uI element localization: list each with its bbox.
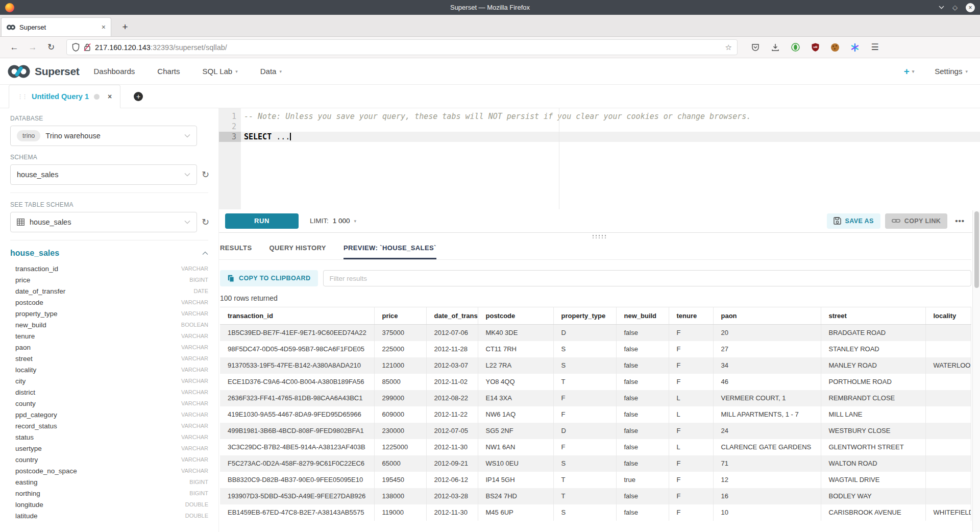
save-as-button[interactable]: SAVE AS bbox=[827, 213, 880, 229]
editor-code-area[interactable]: -- Note: Unless you save your query, the… bbox=[241, 108, 980, 209]
table-cell: T bbox=[553, 374, 616, 390]
copy-link-button[interactable]: COPY LINK bbox=[885, 213, 947, 229]
table-header-cell[interactable]: transaction_id bbox=[220, 307, 374, 325]
table-header-cell[interactable]: locality bbox=[925, 307, 971, 325]
chevron-down-icon bbox=[184, 173, 190, 177]
pocket-icon[interactable] bbox=[751, 43, 760, 52]
nav-item-dashboards[interactable]: Dashboards bbox=[93, 67, 135, 76]
add-query-tab-button[interactable]: + bbox=[134, 92, 143, 101]
scrollbar-thumb[interactable] bbox=[974, 211, 979, 288]
window-menu-chevron-icon[interactable] bbox=[939, 6, 944, 9]
table-header-cell[interactable]: price bbox=[374, 307, 426, 325]
table-header-cell[interactable]: date_of_transfer bbox=[426, 307, 478, 325]
database-select[interactable]: trino Trino warehouse bbox=[10, 126, 197, 146]
new-tab-button[interactable]: + bbox=[117, 19, 133, 35]
nav-item-charts[interactable]: Charts bbox=[157, 67, 180, 76]
table-cell: false bbox=[616, 423, 669, 439]
table-cell: 195450 bbox=[374, 472, 426, 488]
schema-column-row: record_statusVARCHAR bbox=[10, 420, 208, 431]
column-name: easting bbox=[15, 478, 189, 486]
chevron-up-icon[interactable] bbox=[202, 251, 208, 255]
browser-tab-close-icon[interactable]: × bbox=[102, 23, 106, 31]
limit-dropdown[interactable]: LIMIT: 1 000 ▾ bbox=[310, 217, 356, 225]
table-select[interactable]: house_sales bbox=[10, 212, 197, 232]
link-icon bbox=[892, 217, 900, 224]
ublock-origin-icon[interactable]: uB bbox=[811, 43, 820, 52]
window-maximize-icon[interactable]: ◇ bbox=[952, 4, 958, 11]
table-cell bbox=[925, 488, 971, 504]
hamburger-menu-icon[interactable]: ☰ bbox=[870, 43, 879, 52]
table-header-cell[interactable]: tenure bbox=[669, 307, 713, 325]
drag-handle-icon[interactable]: ⋮⋮ bbox=[17, 93, 27, 100]
table-cell: WESTBURY CLOSE bbox=[821, 423, 925, 439]
sqllab-workpane: 1 2 3 -- Note: Unless you save your quer… bbox=[219, 108, 980, 532]
tab-query-history[interactable]: QUERY HISTORY bbox=[270, 244, 326, 259]
column-type: VARCHAR bbox=[181, 367, 208, 373]
settings-menu[interactable]: Settings▾ bbox=[935, 67, 968, 76]
browser-tab[interactable]: Superset × bbox=[1, 17, 111, 36]
column-type: VARCHAR bbox=[181, 423, 208, 429]
schema-column-row: ppd_categoryVARCHAR bbox=[10, 409, 208, 420]
table-cell: 71 bbox=[713, 455, 821, 472]
refresh-schema-icon[interactable]: ↻ bbox=[202, 169, 209, 180]
sql-empty-line bbox=[241, 122, 980, 132]
table-cell: CLARENCE GATE GARDENS bbox=[713, 439, 821, 455]
column-type: DOUBLE bbox=[185, 513, 208, 519]
table-header-cell[interactable]: postcode bbox=[478, 307, 553, 325]
back-button[interactable]: ← bbox=[7, 42, 21, 53]
query-tab-close-icon[interactable]: × bbox=[108, 92, 112, 101]
copy-to-clipboard-button[interactable]: COPY TO CLIPBOARD bbox=[220, 270, 318, 286]
table-header-cell[interactable]: street bbox=[821, 307, 925, 325]
database-engine-badge: trino bbox=[17, 130, 40, 141]
downloads-icon[interactable] bbox=[771, 43, 780, 52]
tracking-shield-icon[interactable] bbox=[72, 43, 80, 52]
add-new-button[interactable]: +▾ bbox=[904, 66, 915, 77]
sql-editor[interactable]: 1 2 3 -- Note: Unless you save your quer… bbox=[219, 108, 980, 209]
tab-preview-house-sales[interactable]: PREVIEW: `HOUSE_SALES` bbox=[344, 244, 436, 259]
results-pane: RESULTS QUERY HISTORY PREVIEW: `HOUSE_SA… bbox=[219, 232, 980, 532]
chevron-down-icon: ▾ bbox=[965, 69, 968, 74]
run-button[interactable]: RUN bbox=[225, 213, 299, 229]
table-header-cell[interactable]: paon bbox=[713, 307, 821, 325]
divider bbox=[10, 240, 208, 240]
url-text[interactable]: 217.160.120.143:32393/superset/sqllab/ bbox=[95, 43, 721, 52]
table-cell: 193907D3-5DBD-453D-A49E-9FEE27DAB926 bbox=[220, 488, 374, 504]
table-cell: 24 bbox=[713, 423, 821, 439]
insecure-lock-icon[interactable] bbox=[84, 43, 91, 52]
privacy-mask-extension-icon[interactable] bbox=[791, 43, 800, 52]
superset-brand[interactable]: Superset bbox=[7, 64, 79, 79]
bookmark-star-icon[interactable]: ☆ bbox=[725, 43, 732, 52]
table-cell bbox=[925, 472, 971, 488]
table-schema-heading[interactable]: house_sales bbox=[10, 249, 202, 258]
table-cell: 225000 bbox=[374, 341, 426, 357]
table-cell: YO8 4QQ bbox=[478, 374, 553, 390]
schema-column-row: cityVARCHAR bbox=[10, 375, 208, 386]
browser-toolbar: ← → ↻ 217.160.120.143:32393/superset/sql… bbox=[0, 37, 980, 58]
forward-button[interactable]: → bbox=[26, 42, 40, 53]
refresh-table-icon[interactable]: ↻ bbox=[202, 216, 209, 228]
pane-resize-handle[interactable] bbox=[593, 235, 607, 238]
asterisk-extension-icon[interactable] bbox=[850, 43, 860, 52]
query-tab-untitled-1[interactable]: ⋮⋮ Untitled Query 1 × bbox=[9, 85, 120, 108]
copy-icon bbox=[228, 275, 234, 282]
nav-item-data[interactable]: Data▾ bbox=[260, 67, 282, 76]
schema-select[interactable]: house_sales bbox=[10, 164, 197, 185]
reload-button[interactable]: ↻ bbox=[44, 42, 58, 53]
table-select-value: house_sales bbox=[30, 218, 179, 226]
results-scrollbar[interactable] bbox=[972, 210, 980, 532]
table-header-cell[interactable]: property_type bbox=[553, 307, 616, 325]
chevron-down-icon: ▾ bbox=[912, 69, 915, 74]
table-cell: F bbox=[669, 472, 713, 488]
filter-results-input[interactable] bbox=[323, 270, 971, 286]
table-header-cell[interactable]: new_build bbox=[616, 307, 669, 325]
more-options-button[interactable]: ••• bbox=[955, 216, 965, 225]
tab-results[interactable]: RESULTS bbox=[220, 244, 252, 259]
window-close-button[interactable]: × bbox=[966, 3, 975, 12]
cookie-extension-icon[interactable] bbox=[830, 43, 840, 52]
schema-select-value: house_sales bbox=[17, 171, 179, 179]
url-bar[interactable]: 217.160.120.143:32393/superset/sqllab/ ☆ bbox=[66, 39, 738, 55]
nav-item-sql-lab[interactable]: SQL Lab▾ bbox=[203, 67, 238, 76]
brand-name: Superset bbox=[35, 65, 79, 78]
table-row: 3C3C29DC-B7B2-4BE5-914A-A38123AF403B1225… bbox=[220, 439, 971, 455]
table-row: 1B5C39ED-BE7F-41EF-9E71-9C60EED74A223750… bbox=[220, 325, 971, 341]
